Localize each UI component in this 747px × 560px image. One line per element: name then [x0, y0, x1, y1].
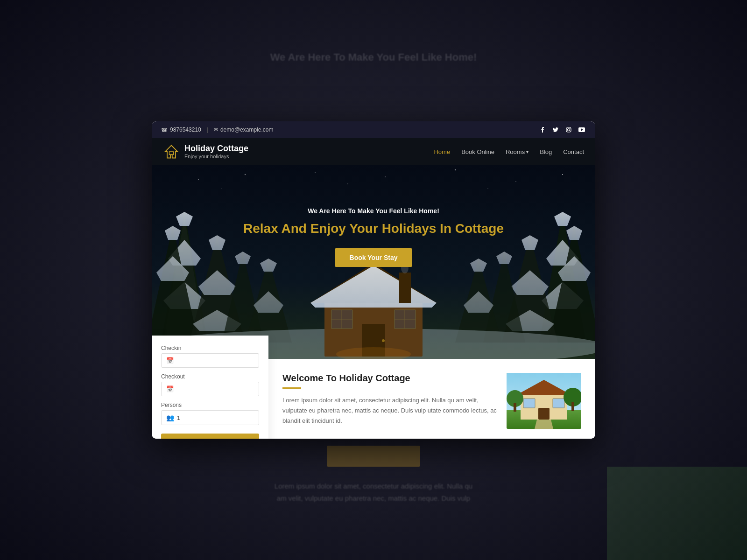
persons-icon: 👥	[166, 414, 174, 421]
booking-form: Checkin 📅 Checkout 📅 Persons 👥 1	[152, 336, 268, 439]
svg-rect-0	[566, 127, 571, 132]
svg-rect-76	[553, 399, 564, 408]
checkin-label: Checkin	[161, 345, 259, 351]
top-bar-contacts: ☎ 9876543210 | ✉ demo@example.com	[161, 126, 273, 133]
hero-title: Relax And Enjoy Your Holidays In Cottage	[152, 220, 595, 237]
nav-contact[interactable]: Contact	[563, 148, 584, 155]
welcome-image	[507, 373, 581, 429]
welcome-section: Welcome To Holiday Cottage Lorem ipsum d…	[268, 359, 595, 439]
checkout-calendar-icon: 📅	[166, 385, 174, 392]
social-links	[538, 126, 586, 134]
svg-point-2	[570, 128, 571, 129]
hero-content: We Are Here To Make You Feel Like Home! …	[152, 165, 595, 267]
bg-bottom-text: Lorem ipsum dolor sit amet, consectetur …	[233, 480, 514, 504]
facebook-icon[interactable]	[538, 126, 547, 134]
phone-contact: ☎ 9876543210	[161, 126, 201, 133]
checkout-group: Checkout 📅	[161, 373, 259, 396]
checkin-input[interactable]	[176, 357, 254, 364]
hero-section: We Are Here To Make You Feel Like Home! …	[152, 165, 595, 359]
checkout-input[interactable]	[176, 386, 254, 392]
nav-links: Home Book Online Rooms ▾ Blog Contact	[434, 148, 584, 155]
youtube-icon[interactable]	[578, 126, 586, 134]
persons-input-wrapper[interactable]: 👥 1	[161, 410, 259, 425]
checkout-input-wrapper[interactable]: 📅	[161, 382, 259, 396]
phone-icon: ☎	[161, 127, 168, 133]
svg-rect-80	[571, 402, 574, 411]
svg-rect-75	[523, 399, 535, 408]
checkin-calendar-icon: 📅	[166, 357, 174, 364]
checkin-input-wrapper[interactable]: 📅	[161, 353, 259, 368]
welcome-description: Lorem ipsum dolor sit amet, consectetur …	[282, 395, 497, 426]
email-contact: ✉ demo@example.com	[214, 126, 274, 133]
email-icon: ✉	[214, 127, 218, 133]
svg-rect-74	[538, 408, 550, 420]
svg-point-54	[382, 339, 385, 342]
svg-point-1	[568, 129, 570, 131]
bg-bottom-image	[607, 467, 747, 560]
logo-subtitle: Enjoy your holidays	[184, 154, 248, 159]
instagram-icon[interactable]	[564, 126, 573, 134]
persons-value: 1	[177, 414, 180, 421]
persons-group: Persons 👥 1	[161, 402, 259, 425]
book-stay-button[interactable]: Book Your Stay	[335, 248, 413, 267]
nav-rooms[interactable]: Rooms ▾	[506, 148, 529, 155]
logo-title: Holiday Cottage	[184, 144, 248, 154]
checkin-group: Checkin 📅	[161, 345, 259, 368]
email-address: demo@example.com	[220, 126, 274, 133]
top-bar: ☎ 9876543210 | ✉ demo@example.com	[152, 121, 595, 138]
checkout-label: Checkout	[161, 373, 259, 380]
navbar: Holiday Cottage Enjoy your holidays Home…	[152, 138, 595, 165]
twitter-icon[interactable]	[551, 126, 560, 134]
welcome-inner: Welcome To Holiday Cottage Lorem ipsum d…	[282, 373, 581, 429]
nav-home[interactable]: Home	[434, 148, 450, 155]
nav-book-online[interactable]: Book Online	[461, 148, 494, 155]
welcome-image-svg	[507, 373, 581, 429]
welcome-title: Welcome To Holiday Cottage	[282, 373, 497, 384]
phone-number: 9876543210	[170, 126, 201, 133]
bg-text: We Are Here To Make You Feel Like Home!	[270, 51, 477, 63]
check-availabilities-button[interactable]: Check availabilities	[161, 434, 259, 439]
contact-divider: |	[207, 126, 208, 133]
browser-window: ☎ 9876543210 | ✉ demo@example.com	[152, 121, 595, 439]
svg-rect-78	[514, 403, 516, 412]
svg-rect-65	[399, 273, 411, 303]
nav-blog[interactable]: Blog	[540, 148, 552, 155]
welcome-divider	[282, 387, 301, 389]
logo[interactable]: Holiday Cottage Enjoy your holidays	[163, 143, 248, 160]
welcome-text: Welcome To Holiday Cottage Lorem ipsum d…	[282, 373, 497, 429]
bg-gold-bar	[327, 446, 420, 467]
logo-icon	[163, 143, 180, 160]
hero-subtitle: We Are Here To Make You Feel Like Home!	[152, 207, 595, 215]
bottom-section: Checkin 📅 Checkout 📅 Persons 👥 1	[152, 359, 595, 439]
rooms-dropdown-icon: ▾	[526, 149, 529, 154]
persons-label: Persons	[161, 402, 259, 408]
logo-text: Holiday Cottage Enjoy your holidays	[184, 144, 248, 159]
